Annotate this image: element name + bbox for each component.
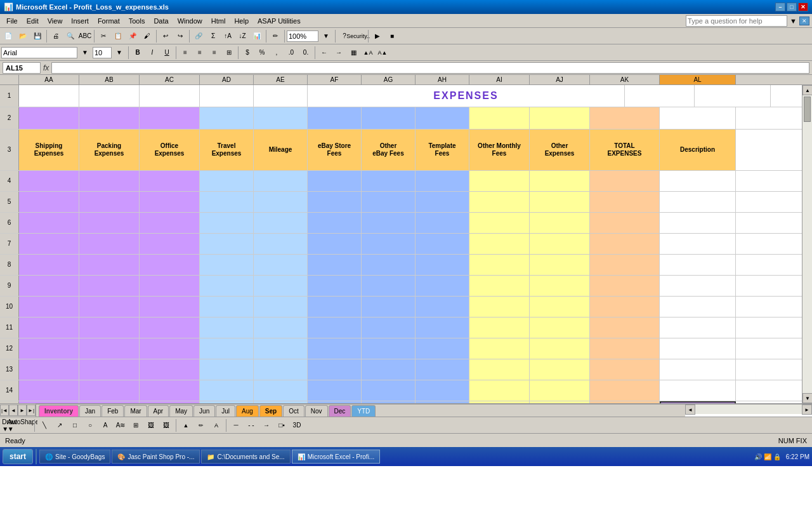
- name-box[interactable]: AL15: [3, 62, 41, 74]
- cell-aa13[interactable]: [19, 359, 79, 380]
- menu-help[interactable]: Help: [230, 16, 252, 26]
- cell-ae6[interactable]: [254, 213, 308, 233]
- minimize-button[interactable]: –: [775, 3, 785, 11]
- cell-al2[interactable]: [660, 107, 736, 129]
- cell-ak9[interactable]: [590, 276, 660, 296]
- security-button[interactable]: Security...: [352, 29, 366, 43]
- cell-ac11[interactable]: [140, 318, 200, 338]
- align-center-button[interactable]: ≡: [193, 46, 207, 60]
- cell-aa9[interactable]: [19, 276, 79, 296]
- cell-ab6[interactable]: [79, 213, 140, 233]
- sheet-nav-first[interactable]: |◄: [0, 404, 9, 416]
- menu-format[interactable]: Format: [94, 16, 124, 26]
- cell-ae11[interactable]: [254, 318, 308, 338]
- cell-ac4[interactable]: [140, 171, 200, 191]
- cell-ai13[interactable]: [469, 359, 530, 380]
- line-tool[interactable]: ╲: [37, 418, 51, 432]
- cell-af4[interactable]: [308, 171, 362, 191]
- cell-aa10[interactable]: [19, 297, 79, 317]
- cell-ah2[interactable]: [416, 107, 469, 129]
- cell-aa5[interactable]: [19, 192, 79, 212]
- cell-ab7[interactable]: [79, 234, 140, 254]
- cell-ak6[interactable]: [590, 213, 660, 233]
- sheet-tab-jul[interactable]: Jul: [216, 405, 235, 417]
- cell-ad2[interactable]: [200, 107, 254, 129]
- copy-button[interactable]: 📋: [111, 29, 125, 43]
- col-header-ag[interactable]: AG: [362, 75, 416, 84]
- cell-aa11[interactable]: [19, 318, 79, 338]
- cell-al5[interactable]: [660, 192, 736, 212]
- fill-color-draw-button[interactable]: ▲: [179, 418, 193, 432]
- cell-al11[interactable]: [660, 318, 736, 338]
- help-search-input[interactable]: [686, 15, 787, 27]
- sheet-tab-jun[interactable]: Jun: [193, 405, 215, 417]
- cell-al4[interactable]: [660, 171, 736, 191]
- cell-ab10[interactable]: [79, 297, 140, 317]
- cell-aa7[interactable]: [19, 234, 79, 254]
- cell-ag9[interactable]: [362, 276, 416, 296]
- close-app-btn[interactable]: ✕: [799, 17, 809, 25]
- currency-button[interactable]: $: [240, 46, 254, 60]
- spell-button[interactable]: ABC: [78, 29, 92, 43]
- cell-ac10[interactable]: [140, 297, 200, 317]
- cell-aj14[interactable]: [530, 380, 590, 401]
- cell-ai2[interactable]: [469, 107, 530, 129]
- decrease-indent-button[interactable]: ←: [317, 46, 331, 60]
- cell-af12[interactable]: [308, 338, 362, 359]
- cell-ag2[interactable]: [362, 107, 416, 129]
- sheet-tab-may[interactable]: May: [169, 405, 193, 417]
- cell-ag14[interactable]: [362, 380, 416, 401]
- menu-file[interactable]: File: [3, 16, 22, 26]
- col-header-aj[interactable]: AJ: [530, 75, 590, 84]
- cell-al9[interactable]: [660, 276, 736, 296]
- autosum-button[interactable]: Σ: [206, 29, 220, 43]
- increase-decimal-button[interactable]: .0: [284, 46, 298, 60]
- cell-al14[interactable]: [660, 380, 736, 401]
- cell-ac8[interactable]: [140, 255, 200, 275]
- sheet-tab-dec[interactable]: Dec: [329, 405, 351, 417]
- open-button[interactable]: 📂: [16, 29, 30, 43]
- cell-ak10[interactable]: [590, 297, 660, 317]
- bold-button[interactable]: B: [131, 46, 145, 60]
- autoshapes-button[interactable]: AutoShapes ▼: [18, 418, 32, 432]
- cell-af8[interactable]: [308, 255, 362, 275]
- cell-ac12[interactable]: [140, 338, 200, 359]
- fill-color-button[interactable]: ▲A: [361, 46, 375, 60]
- formula-input[interactable]: [51, 62, 809, 74]
- menu-html[interactable]: Html: [207, 16, 230, 26]
- cell-ak11[interactable]: [590, 318, 660, 338]
- cell-ac9[interactable]: [140, 276, 200, 296]
- wordart-tool[interactable]: A≋: [114, 418, 128, 432]
- oval-tool[interactable]: ○: [83, 418, 97, 432]
- cell-aa14[interactable]: [19, 380, 79, 401]
- cell-ai5[interactable]: [469, 192, 530, 212]
- cell-aj4[interactable]: [530, 171, 590, 191]
- scroll-up-button[interactable]: ▲: [802, 85, 812, 95]
- cell-ag7[interactable]: [362, 234, 416, 254]
- cell-ab13[interactable]: [79, 359, 140, 380]
- cell-ab5[interactable]: [79, 192, 140, 212]
- cell-ac7[interactable]: [140, 234, 200, 254]
- cell-ab14[interactable]: [79, 380, 140, 401]
- cell-ai14[interactable]: [469, 380, 530, 401]
- cell-al12[interactable]: [660, 338, 736, 359]
- font-color-draw-button[interactable]: A: [209, 418, 223, 432]
- cell-ag5[interactable]: [362, 192, 416, 212]
- col-header-ae[interactable]: AE: [254, 75, 308, 84]
- sheet-tab-mar[interactable]: Mar: [124, 405, 147, 417]
- taskbar-documents[interactable]: 📁 C:\Documents and Se...: [201, 450, 290, 464]
- cell-ae12[interactable]: [254, 338, 308, 359]
- scroll-track-h[interactable]: [695, 404, 802, 414]
- cell-ah14[interactable]: [416, 380, 469, 401]
- cell-ac1[interactable]: [140, 85, 200, 107]
- print-button[interactable]: 🖨: [49, 29, 63, 43]
- cell-ac13[interactable]: [140, 359, 200, 380]
- comma-button[interactable]: ,: [270, 46, 284, 60]
- col-header-ad[interactable]: AD: [200, 75, 254, 84]
- cell-aa2[interactable]: [19, 107, 79, 129]
- sheet-tab-nov[interactable]: Nov: [305, 405, 328, 417]
- fontsize-arrow[interactable]: ▼: [112, 46, 126, 60]
- cell-ac14[interactable]: [140, 380, 200, 401]
- cell-ad8[interactable]: [200, 255, 254, 275]
- horizontal-scrollbar[interactable]: ◄ ►: [685, 404, 812, 414]
